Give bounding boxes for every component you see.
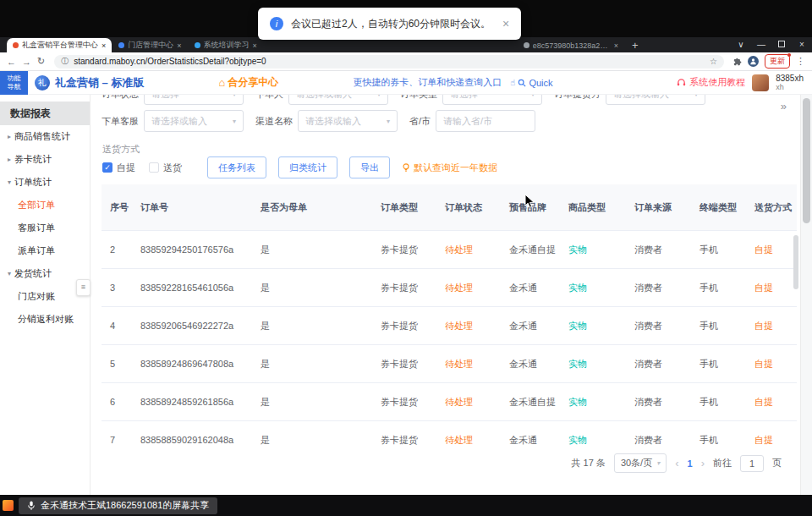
browser-tab[interactable]: 礼盒营销平台管理中心× [7,38,112,52]
tutorial-link[interactable]: 系统使用教程 [677,76,745,89]
table-cell: 金禾通自提 [501,383,560,421]
query-tip: 默认查询近一年数据 [402,162,497,174]
filter-input[interactable] [436,110,535,132]
filter-select[interactable]: 请选择或输入▾ [298,110,398,132]
page-size-select[interactable]: 30条/页 ▾ [614,453,667,473]
update-button[interactable]: 更新 [765,54,790,69]
scrollbar-thumb[interactable] [803,98,810,223]
tab-close-icon[interactable]: × [102,41,106,50]
tab-close-icon[interactable]: × [177,41,181,50]
delivery-method-label: 送货方式 [102,143,140,156]
extensions-puzzle-icon[interactable] [733,58,742,66]
function-nav-toggle[interactable]: 功能 导航 [0,71,28,95]
share-center-label: 合分享中心 [228,75,278,90]
back-icon[interactable]: ← [7,57,16,67]
checkbox-delivery[interactable]: 送货 [149,162,182,174]
menu-kebab-icon[interactable]: ⋮ [796,56,805,67]
table-cell: 83859294250176576a [132,231,252,269]
quick-search-link[interactable]: ☝ Quick [510,78,552,88]
table-cell: 手机 [691,307,746,345]
new-tab-button[interactable]: + [632,39,639,52]
sidebar-collapse-handle[interactable]: ≡ [76,279,91,296]
export-button[interactable]: 导出 [349,156,390,178]
checkbox-self-pickup[interactable]: ✓自提 [102,162,135,174]
url-bar[interactable]: ⓘ standard.maboy.cn/OrderStatisticsDetai… [54,55,724,69]
table-scrollbar[interactable] [793,235,798,289]
table-row: 683858924859261856a是券卡提货待处理金禾通自提实物消费者手机自… [102,383,797,421]
checkbox-box[interactable] [149,162,159,173]
chevron-down-icon: ▾ [8,270,11,277]
task-list-button[interactable]: 任务列表 [207,156,266,178]
browser-tab[interactable]: e8c573980b1328a258fd2e6il× [518,38,624,52]
bookmark-star-icon[interactable]: ☆ [710,57,717,66]
table-cell: 7 [102,421,132,453]
profile-avatar-icon[interactable] [748,56,759,67]
browser-tab[interactable]: 系统培训学习× [189,38,263,52]
collapse-filters-icon[interactable]: » [781,100,787,113]
sidebar-item-coupon-card-stats[interactable]: ▸券卡统计 [0,148,90,171]
reload-icon[interactable]: ↻ [37,56,45,67]
checkbox-box[interactable]: ✓ [102,162,112,173]
table-cell: 待处理 [436,307,501,345]
table-cell: 自提 [746,345,797,383]
sidebar-item-order-stats[interactable]: ▾订单统计 [0,171,90,194]
browser-tab[interactable]: 门店管理中心× [112,38,187,52]
filter-select[interactable]: 请选择或输入▾ [606,95,705,105]
tab-close-icon[interactable]: × [614,41,618,50]
site-info-icon[interactable]: ⓘ [61,56,69,67]
chevron-down-icon: ▾ [8,178,11,186]
close-button[interactable]: × [792,37,812,52]
chevron-down-icon: ▾ [531,95,535,98]
table-cell: 自提 [746,421,797,453]
next-page-button[interactable]: › [701,457,705,469]
chevron-down-icon: ▾ [387,118,390,125]
chevron-down-icon[interactable]: ∨ [731,37,751,52]
table-cell: 自提 [746,383,797,421]
forward-icon[interactable]: → [22,57,31,67]
current-page[interactable]: 1 [688,458,693,469]
home-icon: ⌂ [218,76,225,89]
minimize-button[interactable]: — [751,37,771,52]
screen-share-pill[interactable]: 金禾通技术王斌18662591081的屏幕共享 [19,497,217,514]
filter-select[interactable]: 请选择或输入▾ [144,110,244,132]
share-center-link[interactable]: ⌂ 合分享中心 [218,75,278,90]
filter-select[interactable]: 请选择或输入▾ [288,95,388,105]
filter-label: 省/市 [409,115,431,128]
tab-favicon [524,42,529,48]
column-header: 是否为母单 [252,184,372,231]
column-header: 终端类型 [691,184,746,231]
sidebar-item-product-sales-stats[interactable]: ▸商品销售统计 [0,125,90,148]
filter-select[interactable]: 请选择▾ [442,95,542,105]
filter-row-top: 订单状态请选择▾下单人请选择或输入▾订单类型请选择▾订单提货方请选择或输入▾ [102,95,705,105]
query-tip-text: 默认查询近一年数据 [414,162,497,174]
sidebar-item-service-orders[interactable]: 客服订单 [0,217,90,239]
total-count: 共 17 条 [572,457,606,469]
column-header: 商品类型 [560,184,626,231]
maximize-button[interactable] [771,37,792,52]
prev-page-button[interactable]: ‹ [675,457,678,469]
sidebar-item-all-orders[interactable]: 全部订单 [0,194,90,217]
category-stats-button[interactable]: 归类统计 [278,156,337,178]
toast-message: 会议已超过2人，自动转为60分钟限时会议。 [291,17,491,31]
sidebar-item-dispatch-orders[interactable]: 派单订单 [0,239,90,262]
table-cell: 金禾通自提 [501,231,560,269]
chevron-down-icon: ▾ [233,95,236,98]
table-cell: 手机 [691,231,746,269]
close-icon[interactable]: × [502,17,509,30]
filter-label: 订单类型 [400,95,437,101]
table-cell: 83858924859261856a [132,383,252,421]
user-avatar[interactable] [752,74,769,91]
taskbar-app-icon[interactable] [3,500,14,511]
page-scrollbar[interactable] [800,95,812,495]
sidebar-item-distribution-rebate[interactable]: 分销返利对账 [0,308,90,331]
table-cell: 自提 [746,231,797,269]
tab-close-icon[interactable]: × [253,41,257,50]
promo-link[interactable]: 更快捷的券卡、订单和快递查询入口 [353,76,502,89]
goto-page-input[interactable] [740,455,764,472]
select-placeholder: 请选择 [151,95,179,101]
username-line2: xh [776,83,804,91]
filter-field: 省/市 [409,110,535,132]
sidebar-item-label: 商品销售统计 [14,130,70,143]
filter-select[interactable]: 请选择▾ [144,95,244,105]
chevron-down-icon: ▾ [377,95,381,98]
